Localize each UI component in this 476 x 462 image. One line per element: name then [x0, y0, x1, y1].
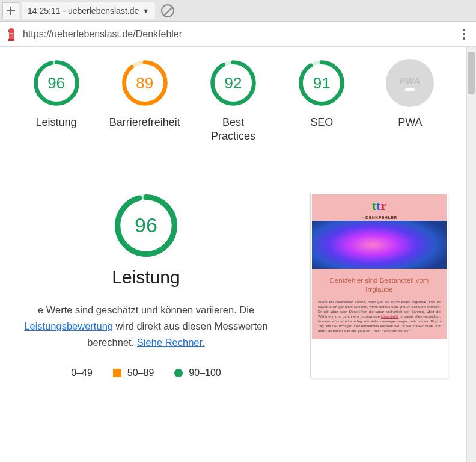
detail-heading: Leistung	[112, 267, 180, 288]
page-preview: ttr ≡ DENKFEHLER Denkfehler sind Bestand…	[310, 192, 448, 379]
browser-tab[interactable]: 14:25:11 - ueberlebenslast.de ▼	[22, 2, 155, 19]
legend-range-low: 0–49	[71, 368, 93, 378]
chevron-down-icon: ▼	[142, 7, 149, 14]
block-icon[interactable]	[161, 4, 174, 17]
preview-logo: ttr	[372, 194, 386, 215]
gauge-ring: 89	[121, 59, 169, 107]
gauge-score: 91	[298, 59, 346, 107]
gauge-ring: 92	[209, 59, 257, 107]
new-tab-button[interactable]	[2, 2, 19, 19]
viewport: 96 Leistung 89 Barrierefreiheit 92 BestP…	[0, 47, 476, 462]
more-menu-button[interactable]	[458, 29, 470, 40]
scrollbar[interactable]	[466, 47, 476, 462]
preview-subtitle: ≡ DENKFEHLER	[361, 215, 397, 220]
legend-range-high: 90–100	[189, 368, 221, 378]
gauge-label: PWA	[398, 116, 422, 129]
pwa-badge: PWA	[386, 59, 434, 107]
lighthouse-icon	[6, 28, 17, 41]
preview-hero-image	[312, 221, 447, 269]
link-leistungsbewertung[interactable]: Leistungsbewertung	[24, 321, 113, 331]
detail-panel: 96 Leistung e Werte sind geschätzt und k…	[0, 192, 292, 379]
gauge-label: SEO	[310, 116, 333, 129]
legend-swatch-orange	[113, 369, 121, 377]
gauge-pwa[interactable]: PWA PWA	[374, 59, 446, 144]
svg-rect-1	[8, 39, 14, 41]
scroll-thumb[interactable]	[468, 52, 475, 94]
detail-gauge: 96	[113, 192, 179, 259]
gauge-ring: 96	[32, 59, 81, 107]
gauge-score: 92	[209, 59, 257, 107]
url-text[interactable]: https://ueberlebenslast.de/Denkfehler	[23, 29, 452, 40]
gauge-best practices[interactable]: 92 BestPractices	[197, 59, 269, 144]
gauge-barrierefreiheit[interactable]: 89 Barrierefreiheit	[109, 59, 181, 144]
detail-score: 96	[113, 192, 179, 259]
plus-icon	[7, 7, 15, 15]
gauge-leistung[interactable]: 96 Leistung	[20, 59, 93, 144]
gauge-row: 96 Leistung 89 Barrierefreiheit 92 BestP…	[0, 59, 466, 162]
preview-body: Wenn ein Denkfehler auffällt, dann gab e…	[312, 300, 447, 340]
score-legend: 0–49 50–89 90–100	[71, 368, 221, 378]
gauge-score: 96	[32, 59, 81, 107]
tab-title: 14:25:11 - ueberlebenslast.de	[28, 6, 139, 16]
legend-swatch-green	[174, 369, 183, 377]
gauge-label: Barrierefreiheit	[109, 116, 180, 129]
svg-rect-0	[9, 32, 14, 39]
svg-rect-2	[10, 33, 13, 34]
gauge-score: 89	[121, 59, 169, 107]
preview-title: Denkfehler sind Bestandteil vom Irrglaub…	[322, 269, 438, 300]
gauge-label: Leistung	[36, 116, 77, 129]
gauge-label: BestPractices	[211, 116, 255, 144]
detail-description: e Werte sind geschätzt und können variie…	[0, 302, 292, 351]
legend-range-mid: 50–89	[127, 368, 154, 378]
gauge-seo[interactable]: 91 SEO	[285, 59, 358, 144]
link-siehe-rechner[interactable]: Siehe Rechner.	[137, 337, 205, 348]
gauge-ring: 91	[298, 59, 346, 107]
